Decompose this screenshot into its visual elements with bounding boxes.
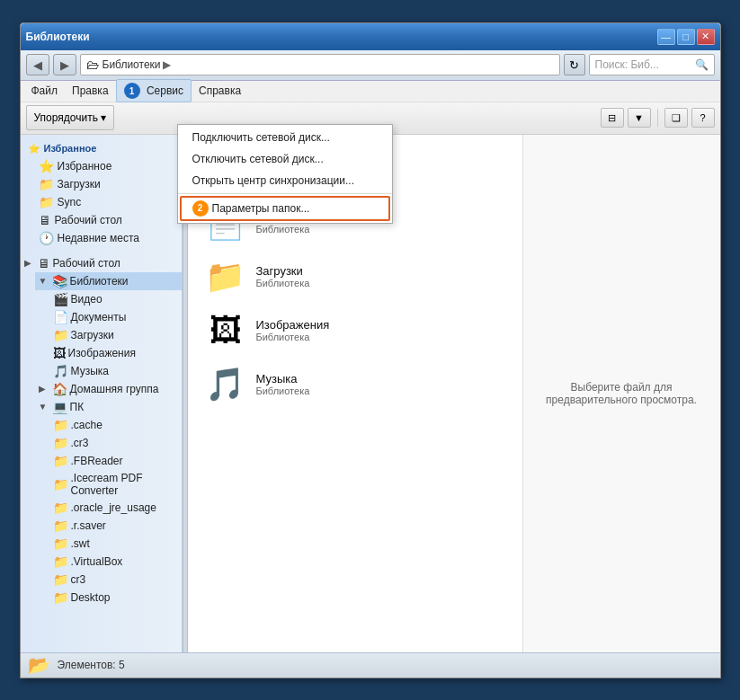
tree-virtualbox[interactable]: 📁 .VirtualBox (49, 553, 182, 571)
search-placeholder: Поиск: Биб... (595, 58, 659, 71)
view-btn-2[interactable]: ▼ (628, 108, 651, 128)
menu-service[interactable]: 1 Сервис (116, 79, 192, 102)
desktop-tree-icon: 🖥 (38, 256, 50, 270)
favorites-section: ⭐ Избранное ⭐ Избранное 📁 Загрузки 📁 Syn… (21, 140, 182, 247)
tree-libraries[interactable]: ▼ 📚 Библиотеки (35, 272, 182, 290)
tree-cr3-2[interactable]: 📁 cr3 (49, 571, 182, 589)
status-icon: 📂 (28, 654, 50, 676)
music-tree-icon: 🎵 (53, 364, 68, 378)
service-dropdown: Подключить сетевой диск... Отключить сет… (177, 124, 393, 224)
menu-file[interactable]: Файл (24, 82, 66, 100)
tree-pc[interactable]: ▼ 💻 ПК (35, 398, 182, 416)
music-info: Музыка Библиотека (256, 372, 310, 396)
address-folder-icon: 🗁 (86, 58, 99, 72)
help-btn[interactable]: ? (691, 108, 715, 128)
search-bar[interactable]: Поиск: Биб... 🔍 (589, 54, 715, 75)
rsaver-folder-icon: 📁 (53, 518, 68, 533)
dropdown-sync-center[interactable]: Открыть центр синхронизации... (178, 170, 392, 191)
tree-swt[interactable]: 📁 .swt (49, 535, 182, 553)
view-btn-3[interactable]: ❏ (664, 108, 688, 128)
dropdown-connect-disk[interactable]: Подключить сетевой диск... (178, 127, 392, 148)
organize-button[interactable]: Упорядочить ▾ (26, 105, 115, 130)
sync-label: Sync (58, 196, 82, 208)
tree-images[interactable]: 🖼 Изображения (49, 344, 182, 362)
tree-music[interactable]: 🎵 Музыка (49, 362, 182, 380)
homegroup-tree-label: Домашняя группа (70, 383, 159, 395)
address-bar[interactable]: 🗁 Библиотеки ▶ (80, 54, 560, 75)
sync-icon: 📁 (39, 195, 54, 209)
sidebar: ⭐ Избранное ⭐ Избранное 📁 Загрузки 📁 Syn… (21, 135, 183, 652)
sidebar-item-sync[interactable]: 📁 Sync (21, 193, 182, 211)
tree-cr3[interactable]: 📁 .cr3 (49, 434, 182, 452)
oracle-folder-icon: 📁 (53, 501, 68, 515)
desktop-fav-icon: 🖥 (39, 213, 51, 227)
recent-label: Недавние места (58, 232, 139, 244)
file-downloads[interactable]: 📁 Загрузки Библиотека (197, 252, 513, 302)
file-music[interactable]: 🎵 Музыка Библиотека (197, 359, 513, 410)
desktop-pc-label: Desktop (71, 591, 111, 604)
menu-edit[interactable]: Правка (65, 82, 116, 100)
sidebar-item-downloads[interactable]: 📁 Загрузки (21, 175, 182, 193)
documents-tree-icon: 📄 (53, 310, 68, 324)
view-btn-1[interactable]: ⊟ (601, 108, 624, 128)
icecream-folder-icon: 📁 (53, 477, 68, 492)
pc-children: 📁 .cache 📁 .cr3 📁 .FBReader 📁 (35, 416, 182, 607)
breadcrumb-arrow: ▶ (163, 58, 171, 71)
rsaver-label: .r.saver (71, 519, 106, 532)
music-icon-large: 🎵 (204, 363, 247, 406)
minimize-button[interactable]: — (657, 29, 675, 45)
folder-options-badge: 2 (192, 200, 209, 217)
tree-desktop-pc[interactable]: 📁 Desktop (49, 589, 182, 607)
tree-rsaver[interactable]: 📁 .r.saver (49, 517, 182, 535)
music-name: Музыка (256, 372, 310, 385)
status-bar: 📂 Элементов: 5 (21, 652, 720, 678)
downloads-icon: 📁 (39, 177, 54, 191)
window-controls: — □ ✕ (657, 29, 715, 45)
cr3-label: .cr3 (71, 437, 89, 449)
images-info: Изображения Библиотека (256, 318, 330, 342)
fbreader-label: .FBReader (71, 455, 123, 467)
images-tree-icon: 🖼 (53, 346, 66, 360)
toolbar-right: ⊟ ▼ ❏ ? (601, 108, 715, 128)
images-type: Библиотека (256, 332, 330, 342)
homegroup-tree-icon: 🏠 (52, 382, 67, 396)
desktop-pc-folder-icon: 📁 (53, 590, 68, 605)
tree-oracle[interactable]: 📁 .oracle_jre_usage (49, 499, 182, 517)
tree-video[interactable]: 🎬 Видео (49, 290, 182, 308)
window-title: Библиотеки (26, 31, 90, 43)
favorites-label: Избранное (58, 160, 112, 173)
forward-button[interactable]: ▶ (53, 54, 76, 75)
maximize-button[interactable]: □ (677, 29, 695, 45)
preview-text: Выберите файл для предварительного просм… (541, 381, 702, 406)
downloads-tree-icon: 📁 (53, 328, 68, 342)
desktop-expand-icon: ▶ (24, 258, 35, 268)
toolbar-separator (657, 109, 658, 127)
images-tree-label: Изображения (68, 347, 136, 359)
downloads-icon-large: 📁 (204, 255, 247, 298)
downloads-type: Библиотека (256, 278, 310, 288)
sidebar-item-recent[interactable]: 🕐 Недавние места (21, 229, 182, 247)
sidebar-item-favorites[interactable]: ⭐ Избранное (21, 157, 182, 175)
tree-documents[interactable]: 📄 Документы (49, 308, 182, 326)
favorites-star-icon: ⭐ (28, 143, 40, 155)
dropdown-disconnect-disk[interactable]: Отключить сетевой диск... (178, 148, 392, 170)
main-window: Библиотеки — □ ✕ ◀ ▶ 🗁 Библиотеки ▶ ↻ По… (20, 22, 721, 678)
tree-desktop[interactable]: ▶ 🖥 Рабочий стол (21, 254, 182, 272)
close-button[interactable]: ✕ (697, 29, 715, 45)
dropdown-folder-options[interactable]: 2 Параметры папок... (178, 196, 392, 221)
downloads-tree-label: Загрузки (71, 329, 114, 341)
tree-homegroup[interactable]: ▶ 🏠 Домашняя группа (35, 380, 182, 398)
cache-folder-icon: 📁 (53, 418, 68, 432)
file-images[interactable]: 🖼 Изображения Библиотека (197, 306, 513, 356)
tree-icecream[interactable]: 📁 .Icecream PDF Converter (49, 470, 182, 499)
libraries-expand-icon: ▼ (39, 276, 49, 286)
refresh-button[interactable]: ↻ (564, 54, 585, 75)
back-button[interactable]: ◀ (26, 54, 49, 75)
tree-cache[interactable]: 📁 .cache (49, 416, 182, 434)
tree-fbreader[interactable]: 📁 .FBReader (49, 452, 182, 470)
tree-downloads[interactable]: 📁 Загрузки (49, 326, 182, 344)
menu-help[interactable]: Справка (192, 82, 248, 100)
sidebar-item-desktop-fav[interactable]: 🖥 Рабочий стол (21, 211, 182, 229)
favorites-title: Избранное (44, 143, 97, 154)
cr3-2-folder-icon: 📁 (53, 572, 68, 587)
